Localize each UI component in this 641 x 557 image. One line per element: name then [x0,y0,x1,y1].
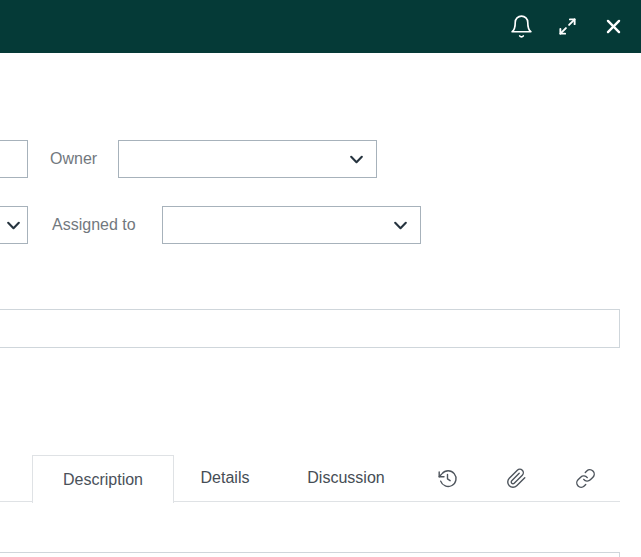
chevron-down-icon [348,151,365,168]
chevron-down-icon [5,217,22,234]
tab-discussion[interactable]: Discussion [285,455,407,501]
wide-text-input[interactable] [0,309,620,348]
maximize-icon[interactable] [553,13,581,41]
tab-details[interactable]: Details [172,455,278,501]
tab-discussion-label: Discussion [307,469,384,487]
entity-dialog: Owner Assigned to Description [0,0,641,557]
close-icon[interactable] [599,13,627,41]
owner-select[interactable] [118,140,377,178]
clipped-left-select[interactable] [0,206,28,244]
assigned-to-label: Assigned to [52,206,136,244]
tab-details-label: Details [201,469,250,487]
link-icon[interactable] [563,455,607,501]
titlebar-actions [507,0,627,53]
notifications-bell-icon[interactable] [507,13,535,41]
clipped-left-input[interactable] [0,140,28,178]
assigned-to-select[interactable] [162,206,421,244]
tab-description-label: Description [63,471,143,489]
dialog-titlebar [0,0,641,53]
description-content-box[interactable] [0,552,620,557]
tab-description[interactable]: Description [32,455,174,503]
attachment-paperclip-icon[interactable] [494,455,538,501]
chevron-down-icon [392,217,409,234]
history-icon[interactable] [425,455,469,501]
owner-label: Owner [50,140,97,178]
